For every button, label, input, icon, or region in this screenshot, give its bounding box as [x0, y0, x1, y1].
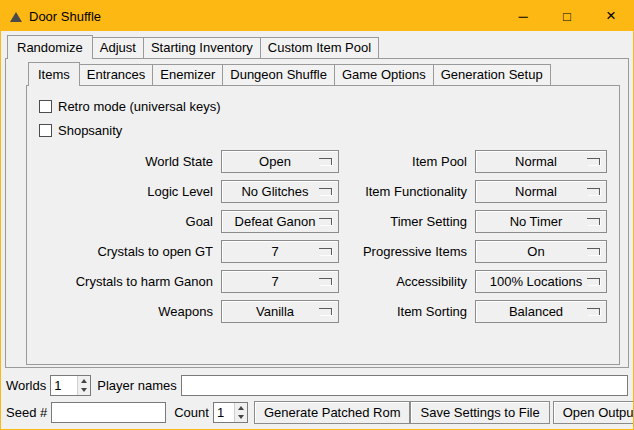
item-pool-label: Item Pool [345, 154, 469, 169]
world-state-label: World State [39, 154, 215, 169]
dropdown-value: Vanilla [256, 304, 304, 319]
count-input[interactable] [214, 403, 234, 422]
open-output-directory-button[interactable]: Open Output Directory [553, 401, 634, 424]
primary-notebook: Randomize Adjust Starting Inventory Cust… [5, 34, 629, 368]
world-state-dropdown[interactable]: Open [221, 150, 339, 173]
accessibility-dropdown[interactable]: 100% Locations [475, 270, 607, 293]
secondary-notebook: Items Entrances Enemizer Dungeon Shuffle… [26, 61, 620, 365]
worlds-input[interactable] [51, 376, 77, 395]
spin-down-icon[interactable] [78, 386, 90, 396]
goal-dropdown[interactable]: Defeat Ganon [221, 210, 339, 233]
tab-dungeon-shuffle[interactable]: Dungeon Shuffle [222, 64, 335, 85]
weapons-label: Weapons [39, 304, 215, 319]
seed-label: Seed # [6, 405, 47, 420]
app-icon [9, 9, 23, 23]
spin-down-icon[interactable] [235, 413, 247, 423]
dropdown-indicator-icon [587, 278, 600, 285]
tab-generation-setup[interactable]: Generation Setup [433, 64, 551, 85]
count-spinbox[interactable] [213, 402, 248, 423]
crystals-open-gt-dropdown[interactable]: 7 [221, 240, 339, 263]
app-window: Door Shuffle ─ □ × Randomize Adjust Star… [0, 0, 634, 430]
secondary-tabs: Items Entrances Enemizer Dungeon Shuffle… [26, 61, 620, 86]
seed-row: Seed # Count Generate Patched Rom Save S… [6, 401, 628, 424]
dropdown-indicator-icon [319, 308, 332, 315]
minimize-button[interactable]: ─ [501, 1, 545, 31]
shopsanity-checkbox[interactable]: Shopsanity [39, 118, 619, 142]
player-names-label: Player names [97, 378, 176, 393]
primary-tabs: Randomize Adjust Starting Inventory Cust… [5, 34, 629, 59]
dropdown-indicator-icon [319, 188, 332, 195]
dropdown-indicator-icon [587, 308, 600, 315]
close-button[interactable]: × [589, 1, 633, 31]
dropdown-indicator-icon [587, 248, 600, 255]
tab-game-options[interactable]: Game Options [334, 64, 434, 85]
item-functionality-label: Item Functionality [345, 184, 469, 199]
crystals-harm-ganon-label: Crystals to harm Ganon [39, 274, 215, 289]
worlds-label: Worlds [6, 378, 46, 393]
dropdown-value: Normal [515, 154, 567, 169]
tab-randomize[interactable]: Randomize [7, 35, 93, 59]
retro-mode-checkbox[interactable]: Retro mode (universal keys) [39, 94, 619, 118]
item-sorting-label: Item Sorting [345, 304, 469, 319]
dropdown-indicator-icon [319, 218, 332, 225]
titlebar[interactable]: Door Shuffle ─ □ × [1, 1, 633, 31]
player-names-input[interactable] [181, 375, 628, 396]
window-title: Door Shuffle [29, 9, 101, 24]
dropdown-value: No Glitches [241, 184, 318, 199]
generate-patched-rom-button[interactable]: Generate Patched Rom [254, 401, 411, 424]
items-pane: Retro mode (universal keys) Shopsanity W… [26, 86, 620, 365]
goal-label: Goal [39, 214, 215, 229]
randomize-pane: Items Entrances Enemizer Dungeon Shuffle… [5, 59, 629, 368]
tab-entrances[interactable]: Entrances [79, 64, 154, 85]
weapons-dropdown[interactable]: Vanilla [221, 300, 339, 323]
options-grid: World State Open Item Pool Normal Logic … [39, 150, 619, 323]
tab-items[interactable]: Items [28, 62, 80, 86]
tab-enemizer[interactable]: Enemizer [152, 64, 223, 85]
dropdown-value: Balanced [509, 304, 573, 319]
dropdown-value: No Timer [510, 214, 573, 229]
dropdown-value: 7 [271, 244, 288, 259]
dropdown-value: 100% Locations [490, 274, 593, 289]
dropdown-indicator-icon [319, 278, 332, 285]
accessibility-label: Accessibility [345, 274, 469, 289]
logic-level-label: Logic Level [39, 184, 215, 199]
logic-level-dropdown[interactable]: No Glitches [221, 180, 339, 203]
dropdown-indicator-icon [319, 158, 332, 165]
tab-custom-item-pool[interactable]: Custom Item Pool [260, 37, 379, 58]
dropdown-indicator-icon [587, 158, 600, 165]
dropdown-indicator-icon [587, 188, 600, 195]
worlds-spinbox[interactable] [50, 375, 91, 396]
progressive-items-label: Progressive Items [345, 244, 469, 259]
checkbox-label: Shopsanity [58, 123, 122, 138]
dropdown-value: 7 [271, 274, 288, 289]
spin-buttons [234, 403, 247, 422]
dropdown-value: Normal [515, 184, 567, 199]
window-controls: ─ □ × [501, 1, 633, 31]
item-functionality-dropdown[interactable]: Normal [475, 180, 607, 203]
spin-up-icon[interactable] [78, 376, 90, 386]
bottom-bar: Worlds Player names Seed # Count [6, 370, 628, 424]
item-sorting-dropdown[interactable]: Balanced [475, 300, 607, 323]
spin-up-icon[interactable] [235, 403, 247, 413]
dropdown-value: Open [259, 154, 301, 169]
progressive-items-dropdown[interactable]: On [475, 240, 607, 263]
tab-starting-inventory[interactable]: Starting Inventory [143, 37, 261, 58]
checkbox-box[interactable] [39, 124, 52, 137]
tab-adjust[interactable]: Adjust [92, 37, 144, 58]
crystals-harm-ganon-dropdown[interactable]: 7 [221, 270, 339, 293]
spin-buttons [77, 376, 90, 395]
maximize-button[interactable]: □ [545, 1, 589, 31]
timer-setting-dropdown[interactable]: No Timer [475, 210, 607, 233]
dropdown-value: On [527, 244, 554, 259]
checkbox-label: Retro mode (universal keys) [58, 99, 221, 114]
dropdown-indicator-icon [319, 248, 332, 255]
seed-input[interactable] [51, 402, 166, 423]
item-pool-dropdown[interactable]: Normal [475, 150, 607, 173]
timer-setting-label: Timer Setting [345, 214, 469, 229]
checkbox-box[interactable] [39, 100, 52, 113]
worlds-row: Worlds Player names [6, 375, 628, 396]
crystals-open-gt-label: Crystals to open GT [39, 244, 215, 259]
save-settings-button[interactable]: Save Settings to File [410, 401, 549, 424]
dropdown-indicator-icon [587, 218, 600, 225]
dropdown-value: Defeat Ganon [235, 214, 326, 229]
